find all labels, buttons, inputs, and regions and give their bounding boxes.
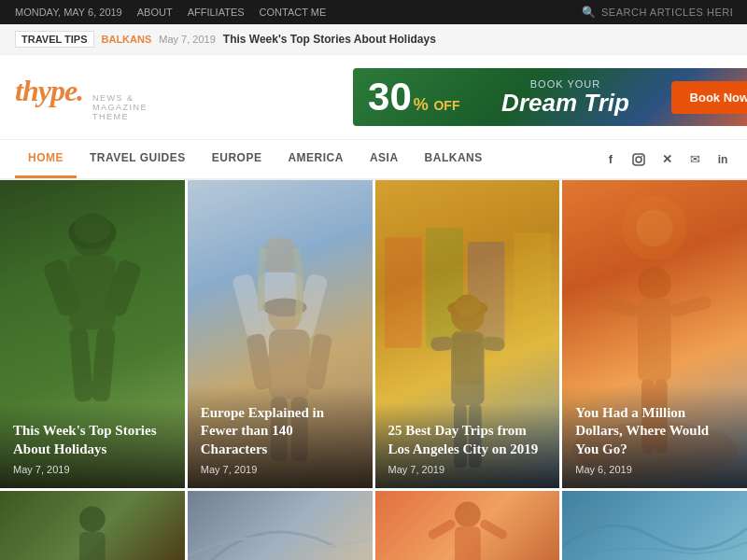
ad-off: OFF: [433, 98, 459, 113]
ad-number: 30: [368, 77, 412, 117]
ad-middle: BOOK YOUR Dream Trip: [501, 78, 629, 117]
featured-card-1[interactable]: This Week's Top Stories About Holidays M…: [0, 180, 185, 488]
card3-date: May 7, 2019: [388, 464, 547, 475]
logo[interactable]: thype.: [15, 74, 83, 108]
svg-rect-30: [453, 334, 483, 385]
email-icon[interactable]: ✉: [685, 150, 704, 169]
ticker-category[interactable]: BALKANS: [102, 34, 152, 45]
card2-overlay: Europe Explained in Fewer than 140 Chara…: [188, 385, 373, 489]
ticker-date: May 7, 2019: [159, 34, 216, 45]
svg-point-43: [636, 210, 673, 247]
svg-rect-38: [597, 295, 641, 318]
card1-date: May 7, 2019: [13, 464, 172, 475]
svg-point-10: [74, 213, 111, 243]
nav-socials: f ✕ ✉ in: [601, 150, 732, 169]
card2-title: Europe Explained in Fewer than 140 Chara…: [201, 404, 359, 459]
svg-point-54: [573, 502, 607, 536]
thumb1-figure: [0, 491, 185, 560]
svg-point-44: [79, 506, 106, 532]
contact-link[interactable]: CONTACT ME: [260, 7, 327, 18]
search-input[interactable]: [601, 7, 732, 18]
svg-rect-7: [69, 327, 94, 402]
thumbnail-4[interactable]: [562, 491, 747, 560]
nav-item-asia[interactable]: ASIA: [357, 140, 412, 178]
linkedin-icon[interactable]: in: [713, 150, 732, 169]
thumbs-grid: [0, 491, 747, 560]
nav-item-europe[interactable]: EUROPE: [199, 140, 275, 178]
ticker-label: TRAVEL TIPS: [15, 31, 94, 48]
thumb3-figure: [375, 491, 560, 560]
svg-rect-37: [638, 298, 671, 381]
svg-rect-45: [79, 532, 106, 560]
featured-card-4[interactable]: You Had a Million Dollars, Where Would Y…: [562, 180, 747, 488]
svg-point-2: [641, 155, 643, 157]
svg-point-48: [455, 501, 481, 527]
svg-rect-51: [478, 518, 508, 540]
ad-dream-trip: Dream Trip: [501, 90, 629, 117]
top-bar-left: MONDAY, MAY 6, 2019 ABOUT AFFILIATES CON…: [15, 7, 326, 18]
thumbnail-3[interactable]: [375, 491, 560, 560]
card4-date: May 6, 2019: [575, 464, 734, 475]
svg-rect-49: [455, 526, 481, 560]
ticker-bar: TRAVEL TIPS BALKANS May 7, 2019 This Wee…: [0, 24, 747, 55]
card1-title: This Week's Top Stories About Holidays: [13, 422, 172, 458]
nav-item-balkans[interactable]: BALKANS: [412, 140, 496, 178]
featured-card-3[interactable]: 25 Best Day Trips from Los Angeles City …: [375, 180, 560, 488]
card3-overlay: 25 Best Day Trips from Los Angeles City …: [375, 403, 560, 488]
nav-item-america[interactable]: AMERICA: [275, 140, 357, 178]
card4-overlay: You Had a Million Dollars, Where Would Y…: [562, 385, 747, 489]
ad-discount: 30 % OFF: [368, 77, 459, 117]
ad-book-button[interactable]: Book Now: [671, 81, 747, 114]
affiliates-link[interactable]: AFFILIATES: [188, 7, 245, 18]
search-area: 🔍: [582, 6, 732, 19]
thumbnail-2[interactable]: [188, 491, 373, 560]
svg-rect-50: [427, 518, 457, 540]
top-bar: MONDAY, MAY 6, 2019 ABOUT AFFILIATES CON…: [0, 0, 747, 24]
instagram-icon[interactable]: [629, 150, 648, 169]
card4-title: You Had a Million Dollars, Where Would Y…: [575, 404, 734, 459]
featured-card-2[interactable]: Europe Explained in Fewer than 140 Chara…: [188, 180, 373, 488]
date-label: MONDAY, MAY 6, 2019: [15, 7, 122, 18]
svg-rect-39: [669, 295, 713, 318]
ticker-story: This Week's Top Stories About Holidays: [223, 33, 436, 46]
svg-rect-23: [426, 228, 463, 348]
svg-point-11: [261, 237, 299, 274]
ad-banner[interactable]: 30 % OFF BOOK YOUR Dream Trip Book Now: [353, 68, 747, 126]
search-icon: 🔍: [582, 6, 596, 19]
featured-grid: This Week's Top Stories About Holidays M…: [0, 180, 747, 488]
nav-item-travel-guides[interactable]: TRAVEL GUIDES: [77, 140, 199, 178]
twitter-icon[interactable]: ✕: [657, 150, 676, 169]
facebook-icon[interactable]: f: [601, 150, 620, 169]
card2-date: May 7, 2019: [201, 464, 359, 475]
svg-point-36: [638, 267, 671, 301]
nav-links: HOME TRAVEL GUIDES EUROPE AMERICA ASIA B…: [15, 140, 496, 178]
thumb2-figure: [188, 491, 373, 560]
thumbnail-1[interactable]: [0, 491, 185, 560]
svg-rect-25: [514, 232, 551, 348]
svg-point-1: [636, 157, 641, 162]
svg-point-28: [455, 294, 481, 316]
thumb4-figure: [562, 491, 747, 560]
nav: HOME TRAVEL GUIDES EUROPE AMERICA ASIA B…: [0, 140, 747, 180]
about-link[interactable]: ABOUT: [137, 7, 173, 18]
svg-rect-0: [633, 154, 644, 165]
card1-overlay: This Week's Top Stories About Holidays M…: [0, 403, 185, 488]
logo-area: thype. NEWS & MAGAZINE THEME: [15, 74, 148, 121]
header: thype. NEWS & MAGAZINE THEME 30 % OFF BO…: [0, 55, 747, 140]
svg-rect-22: [384, 237, 421, 348]
logo-tagline: NEWS & MAGAZINE THEME: [92, 93, 148, 121]
card3-title: 25 Best Day Trips from Los Angeles City …: [388, 422, 547, 458]
ad-percent: %: [414, 95, 429, 114]
nav-item-home[interactable]: HOME: [15, 140, 77, 178]
svg-rect-8: [91, 327, 116, 402]
